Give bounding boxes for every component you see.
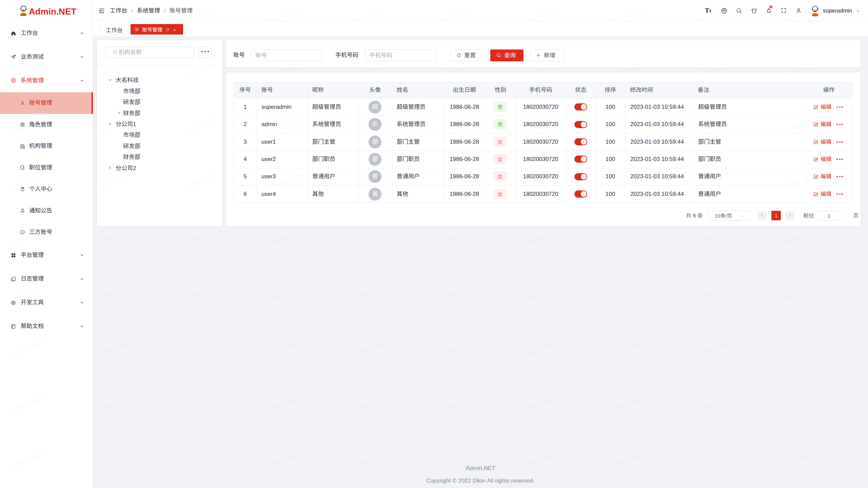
svg-text:中: 中 (723, 8, 726, 13)
